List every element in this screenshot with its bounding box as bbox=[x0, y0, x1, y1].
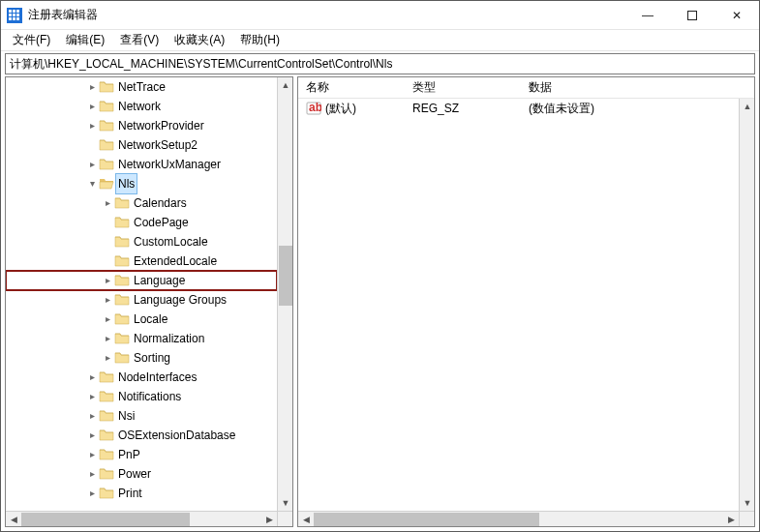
scroll-up-button[interactable]: ▲ bbox=[740, 99, 754, 114]
tree-node-label: NodeInterfaces bbox=[116, 368, 198, 387]
folder-icon bbox=[99, 389, 114, 404]
expand-icon[interactable]: ▸ bbox=[85, 155, 99, 174]
expand-icon[interactable]: ▸ bbox=[85, 368, 99, 387]
expand-icon[interactable]: ▸ bbox=[85, 387, 99, 406]
value-data: (数值未设置) bbox=[521, 101, 739, 117]
svg-rect-10 bbox=[688, 11, 697, 19]
tree-node[interactable]: ▸Notifications bbox=[6, 387, 277, 406]
values-pane: 名称 类型 数据 ab(默认)REG_SZ(数值未设置) ▲ ▼ ◀ ▶ bbox=[297, 76, 755, 527]
tree-node[interactable]: ▸Normalization bbox=[6, 329, 277, 348]
tree-node[interactable]: ▸Print bbox=[6, 484, 277, 503]
svg-rect-1 bbox=[9, 10, 12, 13]
scroll-right-button[interactable]: ▶ bbox=[261, 512, 277, 526]
expand-icon[interactable]: ▸ bbox=[85, 406, 99, 426]
tree-node-label: Language Groups bbox=[132, 290, 228, 310]
tree-node[interactable]: ▸Network bbox=[6, 97, 277, 116]
values-vertical-scrollbar[interactable]: ▲ ▼ bbox=[739, 99, 754, 511]
tree-node-label: Nsi bbox=[116, 406, 137, 426]
tree-node-label: OSExtensionDatabase bbox=[116, 426, 237, 445]
tree-horizontal-scrollbar[interactable]: ◀ ▶ bbox=[6, 511, 277, 526]
tree-node[interactable]: ▾Nls bbox=[6, 174, 277, 193]
address-bar[interactable]: 计算机\HKEY_LOCAL_MACHINE\SYSTEM\CurrentCon… bbox=[5, 53, 755, 74]
tree-node[interactable]: ▸CodePage bbox=[6, 213, 277, 232]
scroll-thumb[interactable] bbox=[21, 513, 190, 526]
tree-node[interactable]: ▸Power bbox=[6, 464, 277, 484]
tree-node[interactable]: ▸NetworkProvider bbox=[6, 116, 277, 135]
menu-file[interactable]: 文件(F) bbox=[5, 30, 58, 50]
tree-node[interactable]: ▸OSExtensionDatabase bbox=[6, 426, 277, 445]
scroll-corner bbox=[739, 511, 754, 526]
expand-icon[interactable]: ▸ bbox=[85, 445, 99, 464]
scroll-thumb[interactable] bbox=[279, 246, 292, 306]
tree-node-label: Network bbox=[116, 97, 163, 116]
folder-icon bbox=[99, 486, 114, 501]
expand-icon[interactable]: ▸ bbox=[101, 348, 114, 368]
scroll-left-button[interactable]: ◀ bbox=[6, 512, 21, 526]
tree-pane: ▸NetTrace▸Network▸NetworkProvider▸Networ… bbox=[5, 76, 293, 527]
tree-node[interactable]: ▸NetTrace bbox=[6, 77, 277, 97]
expand-icon[interactable]: ▸ bbox=[85, 77, 99, 97]
expand-icon[interactable]: ▸ bbox=[85, 426, 99, 445]
expand-icon[interactable]: ▸ bbox=[101, 290, 114, 310]
menu-view[interactable]: 查看(V) bbox=[112, 30, 167, 50]
tree-node-label: NetworkUxManager bbox=[116, 155, 223, 174]
menu-favorites[interactable]: 收藏夹(A) bbox=[167, 30, 232, 50]
maximize-button[interactable] bbox=[670, 1, 714, 30]
tree-node-label: NetworkSetup2 bbox=[116, 135, 199, 155]
value-name: (默认) bbox=[325, 101, 356, 117]
registry-tree[interactable]: ▸NetTrace▸Network▸NetworkProvider▸Networ… bbox=[6, 77, 277, 511]
menu-help[interactable]: 帮助(H) bbox=[232, 30, 288, 50]
tree-node[interactable]: ▸NodeInterfaces bbox=[6, 368, 277, 387]
tree-node-label: PnP bbox=[116, 445, 142, 464]
values-horizontal-scrollbar[interactable]: ◀ ▶ bbox=[298, 511, 739, 526]
menubar: 文件(F) 编辑(E) 查看(V) 收藏夹(A) 帮助(H) bbox=[1, 30, 759, 51]
scroll-down-button[interactable]: ▼ bbox=[740, 495, 754, 511]
folder-icon bbox=[99, 369, 114, 385]
expand-icon[interactable]: ▸ bbox=[101, 310, 114, 329]
minimize-button[interactable]: — bbox=[625, 1, 670, 30]
tree-node-label: Notifications bbox=[116, 387, 183, 406]
expand-icon[interactable]: ▸ bbox=[85, 116, 99, 135]
tree-node[interactable]: ▸Language Groups bbox=[6, 290, 277, 310]
column-data[interactable]: 数据 bbox=[521, 77, 754, 98]
tree-node[interactable]: ▸ExtendedLocale bbox=[6, 251, 277, 271]
tree-node[interactable]: ▸CustomLocale bbox=[6, 232, 277, 251]
tree-node[interactable]: ▸Language bbox=[6, 271, 277, 290]
tree-node[interactable]: ▸Nsi bbox=[6, 406, 277, 426]
scroll-left-button[interactable]: ◀ bbox=[298, 512, 314, 526]
column-name[interactable]: 名称 bbox=[298, 77, 405, 98]
folder-icon bbox=[99, 137, 114, 153]
close-button[interactable]: ✕ bbox=[714, 1, 759, 30]
folder-icon bbox=[99, 79, 114, 95]
tree-node[interactable]: ▸NetworkUxManager bbox=[6, 155, 277, 174]
expand-icon[interactable]: ▸ bbox=[85, 484, 99, 503]
values-list[interactable]: ab(默认)REG_SZ(数值未设置) bbox=[298, 99, 739, 511]
expand-icon[interactable]: ▸ bbox=[85, 464, 99, 484]
svg-rect-9 bbox=[16, 17, 19, 20]
scroll-thumb[interactable] bbox=[314, 513, 539, 526]
scroll-down-button[interactable]: ▼ bbox=[278, 495, 292, 511]
scroll-up-button[interactable]: ▲ bbox=[278, 77, 292, 93]
app-icon bbox=[7, 8, 22, 23]
scroll-right-button[interactable]: ▶ bbox=[723, 512, 739, 526]
folder-icon bbox=[114, 311, 130, 327]
value-row[interactable]: ab(默认)REG_SZ(数值未设置) bbox=[298, 99, 739, 118]
tree-vertical-scrollbar[interactable]: ▲ ▼ bbox=[277, 77, 292, 511]
menu-edit[interactable]: 编辑(E) bbox=[58, 30, 112, 50]
tree-node[interactable]: ▸Sorting bbox=[6, 348, 277, 368]
tree-node[interactable]: ▸NetworkSetup2 bbox=[6, 135, 277, 155]
expand-icon[interactable]: ▸ bbox=[101, 329, 114, 348]
expand-icon[interactable]: ▸ bbox=[101, 193, 114, 213]
column-type[interactable]: 类型 bbox=[405, 77, 521, 98]
folder-open-icon bbox=[99, 176, 114, 192]
tree-node[interactable]: ▸Calendars bbox=[6, 193, 277, 213]
tree-node[interactable]: ▸PnP bbox=[6, 445, 277, 464]
expand-icon[interactable]: ▸ bbox=[101, 271, 114, 290]
tree-node-label: CodePage bbox=[132, 213, 191, 232]
expand-icon[interactable]: ▸ bbox=[85, 97, 99, 116]
tree-node[interactable]: ▸Locale bbox=[6, 310, 277, 329]
collapse-icon[interactable]: ▾ bbox=[85, 174, 99, 193]
titlebar: 注册表编辑器 — ✕ bbox=[1, 1, 759, 30]
folder-icon bbox=[114, 350, 130, 366]
folder-icon bbox=[114, 292, 130, 308]
